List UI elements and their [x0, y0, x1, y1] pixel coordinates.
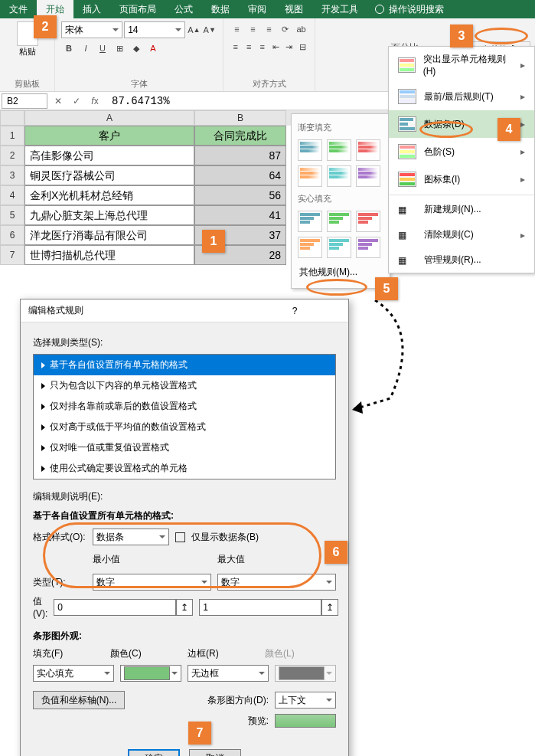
solid-green[interactable]	[327, 211, 351, 232]
cell[interactable]: 铜灵医疗器械公司	[24, 165, 194, 185]
dialog-titlebar[interactable]: 编辑格式规则 ? ✕	[21, 299, 348, 322]
format-style-select[interactable]: 数据条	[93, 529, 169, 545]
align-top-button[interactable]: ≡	[230, 21, 244, 37]
solid-blue[interactable]	[298, 211, 322, 232]
show-bar-only-checkbox[interactable]	[175, 532, 185, 542]
decrease-font-button[interactable]: A▼	[203, 22, 217, 38]
rule-type-item[interactable]: 基于各自值设置所有单元格的格式	[34, 355, 335, 375]
align-right-button[interactable]: ≡	[256, 39, 269, 54]
min-type-select[interactable]: 数字	[93, 574, 211, 591]
bar-dir-select[interactable]: 上下文	[275, 692, 336, 709]
borders-button[interactable]: ⊞	[112, 41, 127, 56]
fill-color-button[interactable]: ◆	[129, 41, 144, 56]
cf-highlight-rules[interactable]: 突出显示单元格规则(H)▸	[389, 47, 534, 83]
rule-type-item[interactable]: 仅对唯一值或重复值设置格式	[34, 437, 335, 458]
rule-type-item[interactable]: 使用公式确定要设置格式的单元格	[34, 458, 335, 479]
tab-dev[interactable]: 开发工具	[312, 0, 367, 19]
solid-purple[interactable]	[356, 237, 380, 258]
solid-red[interactable]	[356, 211, 380, 232]
cell[interactable]: 金利X光机耗材总经销	[24, 185, 194, 205]
font-name-select[interactable]: 宋体	[61, 21, 122, 38]
header-cell[interactable]: 客户	[24, 126, 194, 146]
indent-dec-button[interactable]: ⇤	[270, 39, 282, 54]
solid-cyan[interactable]	[327, 237, 351, 258]
name-box[interactable]: B2	[2, 93, 47, 109]
cell[interactable]: 87	[194, 146, 286, 165]
row-header[interactable]: 5	[0, 205, 24, 225]
row-header[interactable]: 1	[0, 126, 24, 146]
max-type-select[interactable]: 数字	[217, 574, 336, 591]
header-cell[interactable]: 合同完成比	[194, 126, 286, 146]
align-mid-button[interactable]: ≡	[246, 21, 260, 37]
cf-top-bottom[interactable]: 最前/最后规则(T)▸	[389, 83, 534, 110]
tab-review[interactable]: 审阅	[239, 0, 276, 19]
max-value-input[interactable]	[199, 599, 321, 616]
grad-green[interactable]	[327, 139, 351, 161]
cell[interactable]: 高佳影像公司	[24, 146, 194, 165]
select-all-corner[interactable]	[0, 110, 24, 126]
grad-orange[interactable]	[298, 165, 322, 187]
cell[interactable]: 世博扫描机总代理	[24, 245, 194, 265]
italic-button[interactable]: I	[78, 41, 93, 56]
cell[interactable]: 洋龙医疗消毒品有限公司	[24, 225, 194, 245]
grad-blue[interactable]	[298, 139, 322, 161]
cf-clear-rules[interactable]: ▦清除规则(C)▸	[389, 222, 534, 247]
enter-icon[interactable]: ✓	[67, 96, 86, 106]
cell[interactable]: 56	[194, 185, 286, 205]
col-header-A[interactable]: A	[24, 110, 194, 126]
grad-red[interactable]	[356, 139, 380, 161]
tab-insert[interactable]: 插入	[73, 0, 110, 19]
help-button[interactable]: ?	[279, 299, 310, 322]
rule-type-item[interactable]: 只为包含以下内容的单元格设置格式	[34, 375, 335, 396]
row-header[interactable]: 6	[0, 225, 24, 245]
cancel-icon[interactable]: ✕	[49, 96, 67, 106]
cf-color-scales[interactable]: 色阶(S)▸	[389, 138, 534, 165]
cell[interactable]: 41	[194, 205, 286, 225]
grad-purple[interactable]	[356, 165, 380, 187]
more-rules[interactable]: 其他规则(M)...	[296, 261, 385, 283]
close-button[interactable]: ✕	[310, 299, 341, 322]
cf-new-rule[interactable]: ▦新建规则(N)...	[389, 197, 534, 222]
font-size-select[interactable]: 14	[124, 21, 185, 38]
cf-manage-rules[interactable]: ▦管理规则(R)...	[389, 247, 534, 273]
rule-type-item[interactable]: 仅对排名靠前或靠后的数值设置格式	[34, 396, 335, 417]
align-bot-button[interactable]: ≡	[262, 21, 276, 37]
rule-type-item[interactable]: 仅对高于或低于平均值的数值设置格式	[34, 417, 335, 437]
ref-picker-icon[interactable]: ↥	[321, 599, 338, 616]
ok-button[interactable]: 确定	[128, 749, 180, 756]
align-center-button[interactable]: ≡	[243, 39, 256, 54]
ref-picker-icon[interactable]: ↥	[176, 599, 193, 616]
merge-button[interactable]: ⊟	[297, 39, 309, 54]
cf-icon-sets[interactable]: 图标集(I)▸	[389, 165, 534, 193]
fx-icon[interactable]: fx	[86, 96, 104, 106]
fill-color-select[interactable]	[120, 665, 181, 682]
fill-select[interactable]: 实心填充	[33, 665, 114, 682]
formula-value[interactable]: 87.64713%	[104, 95, 170, 107]
increase-font-button[interactable]: A▲	[187, 22, 201, 38]
tab-formulas[interactable]: 公式	[165, 0, 202, 19]
cell[interactable]: 九鼎心脏支架上海总代理	[24, 205, 194, 225]
solid-orange[interactable]	[298, 237, 322, 258]
cancel-button[interactable]: 取消	[189, 749, 241, 756]
row-header[interactable]: 4	[0, 185, 24, 205]
align-left-button[interactable]: ≡	[230, 39, 242, 54]
tab-layout[interactable]: 页面布局	[110, 0, 165, 19]
orientation-button[interactable]: ⟳	[278, 21, 292, 37]
row-header[interactable]: 3	[0, 165, 24, 185]
col-header-B[interactable]: B	[194, 110, 286, 126]
row-header[interactable]: 7	[0, 245, 24, 265]
wrap-button[interactable]: ab	[294, 21, 308, 37]
font-color-button[interactable]: A	[145, 41, 161, 56]
cell[interactable]: 64	[194, 165, 286, 185]
tab-file[interactable]: 文件	[0, 0, 37, 19]
tell-me-search[interactable]: 操作说明搜索	[367, 3, 452, 16]
underline-button[interactable]: U	[95, 41, 110, 56]
tab-data[interactable]: 数据	[202, 0, 239, 19]
bold-button[interactable]: B	[61, 41, 77, 56]
indent-inc-button[interactable]: ⇥	[283, 39, 295, 54]
row-header[interactable]: 2	[0, 146, 24, 165]
tab-view[interactable]: 视图	[276, 0, 312, 19]
grad-cyan[interactable]	[327, 165, 351, 187]
border-select[interactable]: 无边框	[188, 665, 269, 682]
min-value-input[interactable]	[54, 599, 176, 616]
